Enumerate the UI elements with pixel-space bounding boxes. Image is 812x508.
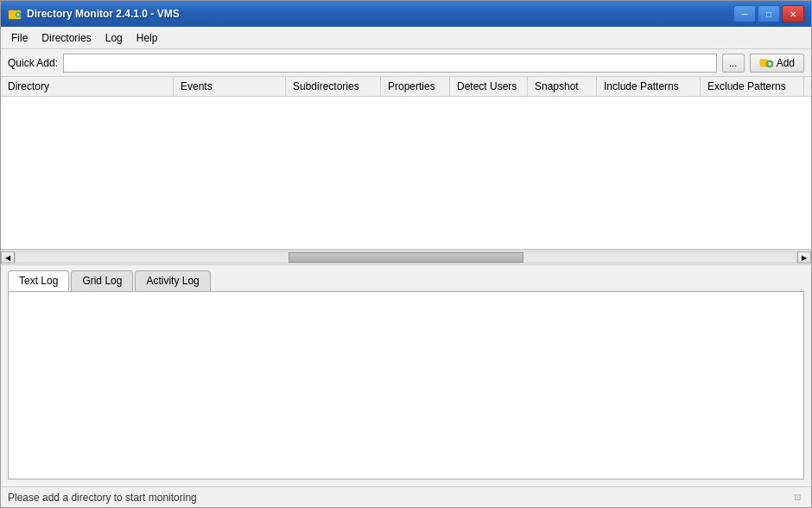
title-bar: Directory Monitor 2.4.1.0 - VMS ─ □ ✕ xyxy=(1,1,811,27)
svg-rect-1 xyxy=(9,10,14,13)
quick-add-label: Quick Add: xyxy=(8,57,58,69)
app-icon xyxy=(8,7,22,21)
scroll-thumb[interactable] xyxy=(289,252,523,263)
svg-rect-6 xyxy=(760,60,764,62)
title-bar-left: Directory Monitor 2.4.1.0 - VMS xyxy=(8,7,180,21)
resize-grip[interactable]: ⊡ xyxy=(790,491,804,505)
add-button[interactable]: Add xyxy=(750,54,804,73)
minimize-button[interactable]: ─ xyxy=(733,5,756,22)
menu-bar: File Directories Log Help xyxy=(1,27,811,49)
browse-button[interactable]: ... xyxy=(722,54,745,73)
table-body xyxy=(1,97,811,249)
add-folder-icon xyxy=(759,56,773,70)
directory-table: Directory Events Subdirectories Properti… xyxy=(1,77,811,250)
window-title: Directory Monitor 2.4.1.0 - VMS xyxy=(27,8,180,20)
main-window: Directory Monitor 2.4.1.0 - VMS ─ □ ✕ Fi… xyxy=(0,0,812,508)
table-header: Directory Events Subdirectories Properti… xyxy=(1,77,811,97)
scroll-left-arrow[interactable]: ◀ xyxy=(1,251,15,264)
col-header-events: Events xyxy=(174,77,286,96)
horizontal-scrollbar[interactable]: ◀ ▶ xyxy=(1,250,811,265)
close-button[interactable]: ✕ xyxy=(782,5,804,22)
maximize-button[interactable]: □ xyxy=(758,5,780,22)
quick-add-input[interactable] xyxy=(63,54,717,73)
scroll-track[interactable] xyxy=(15,251,797,264)
col-header-properties: Properties xyxy=(381,77,450,96)
log-content-area[interactable] xyxy=(8,291,804,479)
col-header-include-patterns: Include Patterns xyxy=(597,77,701,96)
status-bar: Please add a directory to start monitori… xyxy=(1,486,811,507)
log-section: Text Log Grid Log Activity Log xyxy=(1,265,811,486)
col-header-detect-users: Detect Users xyxy=(450,77,528,96)
col-header-directory: Directory xyxy=(1,77,174,96)
col-header-subdirectories: Subdirectories xyxy=(286,77,381,96)
title-controls: ─ □ ✕ xyxy=(733,5,804,22)
scroll-right-arrow[interactable]: ▶ xyxy=(797,251,811,264)
menu-file[interactable]: File xyxy=(4,29,35,47)
col-header-snapshot: Snapshot xyxy=(528,77,597,96)
status-message: Please add a directory to start monitori… xyxy=(8,492,197,504)
menu-help[interactable]: Help xyxy=(130,29,165,47)
add-button-label: Add xyxy=(777,57,795,69)
quick-add-bar: Quick Add: ... Add xyxy=(1,49,811,77)
menu-log[interactable]: Log xyxy=(98,29,130,47)
tab-activity-log[interactable]: Activity Log xyxy=(135,270,210,291)
menu-directories[interactable]: Directories xyxy=(35,29,98,47)
tab-text-log[interactable]: Text Log xyxy=(8,270,69,291)
tab-grid-log[interactable]: Grid Log xyxy=(71,270,133,291)
col-header-exclude-patterns: Exclude Patterns xyxy=(701,77,804,96)
log-tabs: Text Log Grid Log Activity Log xyxy=(1,265,811,291)
